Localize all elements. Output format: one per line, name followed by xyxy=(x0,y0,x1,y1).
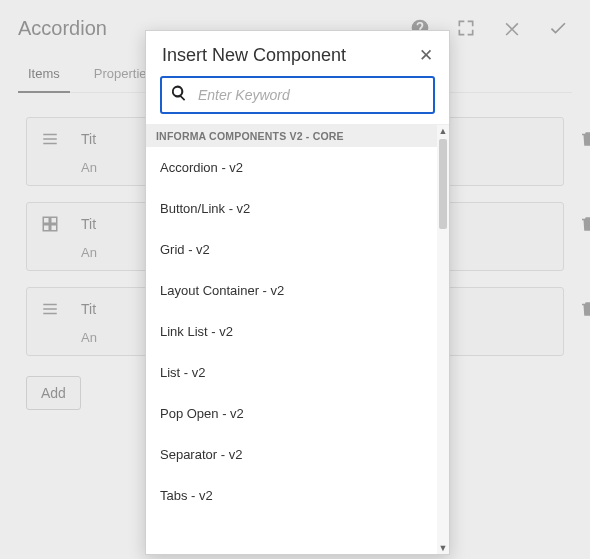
modal-title: Insert New Component xyxy=(162,45,419,66)
component-list-container: INFORMA COMPONENTS V2 - CORE Accordion -… xyxy=(146,124,449,554)
search-box[interactable] xyxy=(160,76,435,114)
search-container xyxy=(146,76,449,124)
component-group-header: INFORMA COMPONENTS V2 - CORE xyxy=(146,125,449,147)
component-list: INFORMA COMPONENTS V2 - CORE Accordion -… xyxy=(146,125,449,554)
scrollbar[interactable]: ▲ ▼ xyxy=(437,125,449,554)
component-option[interactable]: Button/Link - v2 xyxy=(146,188,449,229)
search-icon xyxy=(170,84,188,106)
component-option[interactable]: Separator - v2 xyxy=(146,434,449,475)
close-icon[interactable]: ✕ xyxy=(419,47,433,64)
component-option[interactable]: Layout Container - v2 xyxy=(146,270,449,311)
component-option[interactable]: Pop Open - v2 xyxy=(146,393,449,434)
component-option[interactable]: Grid - v2 xyxy=(146,229,449,270)
scroll-up-icon[interactable]: ▲ xyxy=(437,125,449,137)
component-option[interactable]: Link List - v2 xyxy=(146,311,449,352)
component-option[interactable]: Accordion - v2 xyxy=(146,147,449,188)
insert-component-modal: Insert New Component ✕ INFORMA COMPONENT… xyxy=(145,30,450,555)
search-input[interactable] xyxy=(198,87,425,103)
component-option[interactable]: Tabs - v2 xyxy=(146,475,449,516)
scroll-down-icon[interactable]: ▼ xyxy=(437,542,449,554)
component-option[interactable]: List - v2 xyxy=(146,352,449,393)
modal-header: Insert New Component ✕ xyxy=(146,31,449,76)
scroll-thumb[interactable] xyxy=(439,139,447,229)
